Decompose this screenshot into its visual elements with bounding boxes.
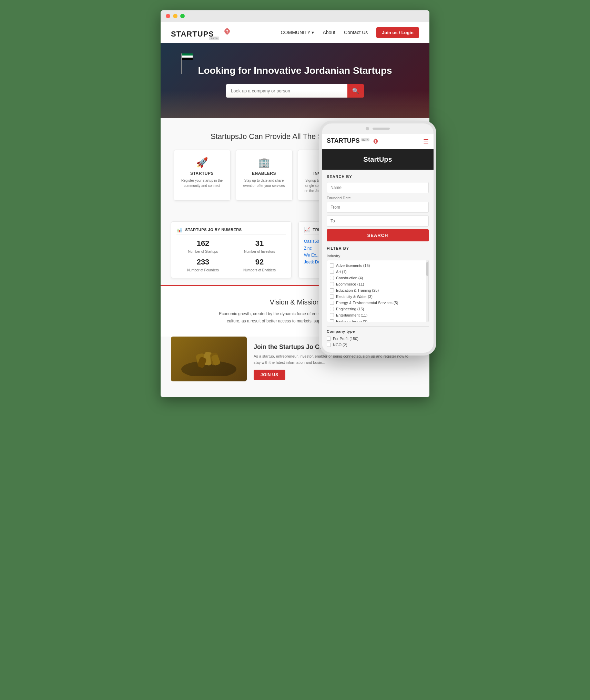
startups-icon: 🚀 xyxy=(179,157,225,168)
checkbox-6[interactable] xyxy=(330,301,334,305)
logo-beta: BETA xyxy=(209,37,219,40)
card-enablers: 🏢 ENABLERS Stay up to date and share eve… xyxy=(236,150,293,201)
filter-industry: Industry Advertisements (15) Art (1) xyxy=(327,254,429,322)
logo-area: STARTUPS BETA xyxy=(171,26,237,39)
join-us-button[interactable]: JOIN US xyxy=(254,370,285,380)
phone-side-button xyxy=(436,151,436,168)
checkbox-8[interactable] xyxy=(330,313,334,317)
enablers-card-desc: Stay up to date and share event or offer… xyxy=(241,178,287,188)
mobile-to-input[interactable] xyxy=(327,216,429,227)
industry-item-6: Energy & Environmental Services (5) xyxy=(330,300,426,306)
stats-box: 📊 STARTUPS JO BY NUMBERS 162 Number of S… xyxy=(171,221,292,278)
logo-icon xyxy=(222,26,232,37)
stat-founders: 233 Number of Founders xyxy=(176,258,230,273)
community-nav-link[interactable]: COMMUNITY ▾ xyxy=(281,30,314,35)
checkbox-4[interactable] xyxy=(330,288,334,292)
browser-toolbar xyxy=(161,10,429,22)
industry-item-0: Advertisements (15) xyxy=(330,262,426,269)
checkbox-7[interactable] xyxy=(330,307,334,311)
hero-cityscape xyxy=(161,91,429,118)
stats-icon: 📊 xyxy=(176,227,183,232)
checkbox-3[interactable] xyxy=(330,282,334,286)
checkbox-9[interactable] xyxy=(330,319,334,322)
flag-pole xyxy=(181,53,182,74)
navbar: STARTUPS BETA COMMUNITY ▾ About xyxy=(161,22,429,43)
stat-num-founders: 233 xyxy=(176,258,230,267)
join-login-button[interactable]: Join us / Login xyxy=(376,27,419,38)
stat-num-startups: 162 xyxy=(176,239,230,248)
phone-container: STARTUPS BETA ☰ StartUps SEARCH BY Fou xyxy=(319,121,436,356)
phone-frame: STARTUPS BETA ☰ StartUps SEARCH BY Fou xyxy=(319,121,436,356)
contact-nav-link[interactable]: Contact Us xyxy=(344,30,368,35)
flag xyxy=(182,53,193,60)
hero-title: Looking for Innovative Jordanian Startup… xyxy=(167,64,423,77)
maximize-dot[interactable] xyxy=(180,14,185,18)
mobile-from-input[interactable] xyxy=(327,202,429,213)
checkbox-5[interactable] xyxy=(330,294,334,299)
hamburger-menu[interactable]: ☰ xyxy=(423,138,429,145)
hero-section: Looking for Innovative Jordanian Startup… xyxy=(161,43,429,118)
enablers-card-title: ENABLERS xyxy=(241,171,287,176)
checkbox-1[interactable] xyxy=(330,270,334,274)
stats-grid: 162 Number of Startups 31 Number of Inve… xyxy=(176,239,286,273)
company-type-section: Company type For Profit (150) NGO (2) xyxy=(327,326,429,348)
stat-num-investors: 31 xyxy=(233,239,286,248)
checkbox-2[interactable] xyxy=(330,276,334,280)
industry-item-7: Engineering (15) xyxy=(330,306,426,312)
industry-filter-box: Advertisements (15) Art (1) Construction… xyxy=(327,260,429,322)
filter-scrollbar-thumb xyxy=(426,262,428,276)
industry-item-9: Fashion design (3) xyxy=(330,318,426,322)
fist-illustration xyxy=(171,337,247,381)
industry-item-8: Entertainment (11) xyxy=(330,312,426,318)
nav-links: COMMUNITY ▾ About Contact Us Join us / L… xyxy=(281,27,419,38)
fist-svg xyxy=(178,342,240,376)
industry-item-5: Electricity & Water (3) xyxy=(330,293,426,300)
company-checkbox-0[interactable] xyxy=(327,337,331,341)
mobile-hero-title: StartUps xyxy=(328,156,427,163)
svg-rect-3 xyxy=(210,352,218,366)
stat-label-startups: Number of Startups xyxy=(188,250,218,253)
industry-item-2: Construction (4) xyxy=(330,275,426,281)
filter-by-label: FILTER BY xyxy=(327,246,429,250)
logo-text: STARTUPS xyxy=(171,30,214,38)
mobile-content: SEARCH BY Founded Date SEARCH FILTER BY … xyxy=(322,170,434,353)
svg-rect-4 xyxy=(197,356,207,368)
mobile-search-button[interactable]: SEARCH xyxy=(327,229,429,241)
filter-scrollbar[interactable] xyxy=(426,260,428,322)
checkbox-0[interactable] xyxy=(330,263,334,268)
svg-rect-2 xyxy=(203,351,213,366)
mobile-logo-text: STARTUPS xyxy=(327,137,360,144)
industry-item-3: Ecommerce (11) xyxy=(330,281,426,287)
company-type-1: NGO (2) xyxy=(327,342,429,348)
mobile-name-input[interactable] xyxy=(327,182,429,193)
join-image xyxy=(171,337,247,381)
mobile-logo-icon xyxy=(372,137,380,146)
stat-label-founders: Number of Founders xyxy=(187,268,219,272)
company-type-0: For Profit (150) xyxy=(327,336,429,342)
industry-label: Industry xyxy=(327,254,429,258)
stats-title: STARTUPS JO BY NUMBERS xyxy=(185,228,242,232)
svg-point-0 xyxy=(181,361,236,376)
startups-card-title: STARTUPS xyxy=(179,171,225,176)
close-dot[interactable] xyxy=(166,14,170,18)
enablers-icon: 🏢 xyxy=(241,157,287,168)
stat-investors: 31 Number of Investors xyxy=(233,239,286,254)
stats-header: 📊 STARTUPS JO BY NUMBERS xyxy=(176,227,286,235)
stat-num-enablers: 92 xyxy=(233,258,286,267)
card-startups: 🚀 STARTUPS Register your startup in the … xyxy=(174,150,231,201)
stat-label-enablers: Numbers of Enablers xyxy=(243,268,276,272)
phone-camera xyxy=(366,127,369,130)
founded-date-label: Founded Date xyxy=(327,196,429,200)
search-by-label: SEARCH BY xyxy=(327,174,429,179)
trending-icon: 📈 xyxy=(304,227,310,232)
company-checkbox-1[interactable] xyxy=(327,343,331,347)
company-type-title: Company type xyxy=(327,326,429,333)
minimize-dot[interactable] xyxy=(173,14,177,18)
stat-enablers: 92 Numbers of Enablers xyxy=(233,258,286,273)
about-nav-link[interactable]: About xyxy=(323,30,335,35)
svg-rect-5 xyxy=(211,354,221,366)
phone-notch xyxy=(322,123,434,134)
svg-rect-1 xyxy=(195,353,207,367)
page-wrapper: STARTUPS BETA COMMUNITY ▾ About xyxy=(161,10,429,397)
stat-label-investors: Number of Investors xyxy=(244,250,275,253)
